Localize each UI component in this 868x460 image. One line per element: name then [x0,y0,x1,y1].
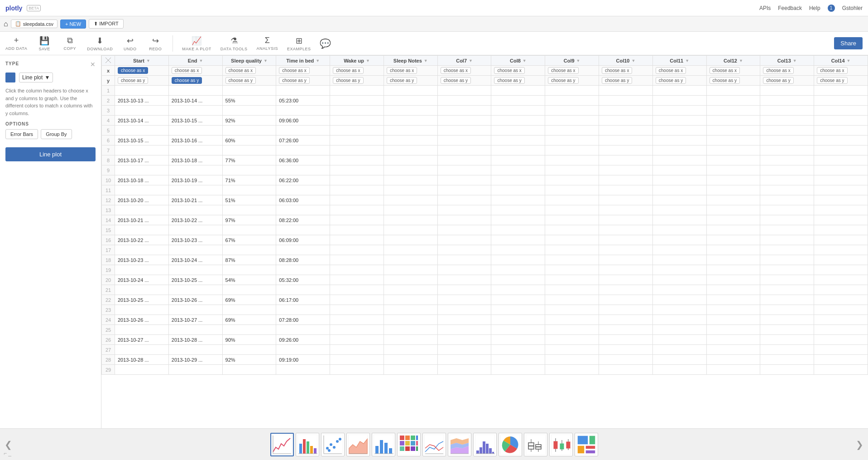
cell-r20-c1[interactable]: 2013-10-25 ... [168,275,222,285]
cell-r2-c5[interactable] [384,96,437,106]
cell-r11-c12[interactable] [760,185,814,195]
cell-r8-c4[interactable] [330,155,384,165]
cell-r8-c13[interactable] [814,155,868,165]
cell-r9-c3[interactable] [276,165,330,175]
cell-r4-c0[interactable]: 2013-10-14 ... [115,116,169,126]
cell-r14-c8[interactable] [545,215,599,225]
cell-r5-c10[interactable] [652,126,706,136]
cell-r12-c4[interactable] [330,195,384,205]
username-label[interactable]: Gstohler [842,5,863,11]
cell-r11-c2[interactable] [222,185,276,195]
cell-r16-c13[interactable] [814,235,868,245]
cell-r9-c10[interactable] [652,165,706,175]
cell-r4-c12[interactable] [760,116,814,126]
cell-r15-c5[interactable] [384,225,437,235]
cell-r22-c6[interactable] [437,295,491,305]
cell-r29-c0[interactable] [115,365,169,375]
cell-r21-c6[interactable] [437,285,491,295]
cell-r5-c5[interactable] [384,126,437,136]
cell-r11-c1[interactable] [168,185,222,195]
cell-r18-c1[interactable]: 2013-10-24 ... [168,255,222,265]
cell-r17-c13[interactable] [814,245,868,255]
cell-r14-c2[interactable]: 97% [222,215,276,225]
cell-r4-c3[interactable]: 09:06:00 [276,116,330,126]
cell-r5-c8[interactable] [545,126,599,136]
cell-r4-c5[interactable] [384,116,437,126]
cell-r25-c4[interactable] [330,325,384,335]
y-selector-col-2[interactable]: choose as y [222,76,276,86]
chart-thumbnail-4[interactable] [372,433,395,456]
x-selector-col-8[interactable]: choose as x [545,66,599,76]
cell-r10-c7[interactable] [491,175,545,185]
cell-r11-c0[interactable] [115,185,169,195]
group-by-button[interactable]: Group By [41,129,72,139]
choose-y-btn-0[interactable]: choose as y [118,77,148,84]
cell-r15-c10[interactable] [652,225,706,235]
cell-r1-c1[interactable] [168,86,222,96]
col-header-col12[interactable]: Col12▼ [706,56,760,66]
cell-r1-c5[interactable] [384,86,437,96]
cell-r15-c1[interactable] [168,225,222,235]
download-button[interactable]: ⬇ DOWNLOAD [87,36,113,51]
cell-r6-c12[interactable] [760,136,814,145]
cell-r5-c2[interactable] [222,126,276,136]
cell-r2-c9[interactable] [599,96,653,106]
cell-r12-c1[interactable]: 2013-10-21 ... [168,195,222,205]
cell-r19-c7[interactable] [491,265,545,275]
cell-r2-c7[interactable] [491,96,545,106]
choose-x-btn-7[interactable]: choose as x [494,67,524,74]
cell-r18-c8[interactable] [545,255,599,265]
cell-r16-c5[interactable] [384,235,437,245]
cell-r14-c9[interactable] [599,215,653,225]
cell-r26-c8[interactable] [545,335,599,345]
cell-r17-c5[interactable] [384,245,437,255]
cell-r13-c13[interactable] [814,205,868,215]
cell-r22-c9[interactable] [599,295,653,305]
cell-r23-c8[interactable] [545,305,599,315]
cell-r24-c0[interactable]: 2013-10-26 ... [115,315,169,325]
cell-r12-c6[interactable] [437,195,491,205]
cell-r21-c3[interactable] [276,285,330,295]
col-header-start[interactable]: Start▼ [115,56,169,66]
cell-r2-c0[interactable]: 2013-10-13 ... [115,96,169,106]
choose-y-btn-9[interactable]: choose as y [602,77,632,84]
x-selector-col-11[interactable]: choose as x [706,66,760,76]
cell-r21-c4[interactable] [330,285,384,295]
cell-r18-c12[interactable] [760,255,814,265]
cell-r13-c4[interactable] [330,205,384,215]
cell-r4-c4[interactable] [330,116,384,126]
choose-y-btn-11[interactable]: choose as y [710,77,740,84]
cell-r26-c2[interactable]: 90% [222,335,276,345]
cell-r24-c7[interactable] [491,315,545,325]
cell-r15-c13[interactable] [814,225,868,235]
cell-r12-c7[interactable] [491,195,545,205]
x-selector-col-7[interactable]: choose as x [491,66,545,76]
cell-r3-c11[interactable] [706,106,760,116]
cell-r7-c5[interactable] [384,145,437,155]
plot-type-dropdown[interactable]: Line plot ▼ [19,73,53,82]
cell-r23-c4[interactable] [330,305,384,315]
cell-r11-c3[interactable] [276,185,330,195]
cell-r6-c4[interactable] [330,136,384,145]
cell-r28-c9[interactable] [599,355,653,365]
cell-r4-c6[interactable] [437,116,491,126]
chart-thumbnail-11[interactable] [549,433,573,456]
cell-r2-c12[interactable] [760,96,814,106]
cell-r28-c0[interactable]: 2013-10-28 ... [115,355,169,365]
cell-r19-c1[interactable] [168,265,222,275]
cell-r2-c11[interactable] [706,96,760,106]
col-header-col11[interactable]: Col11▼ [652,56,706,66]
y-selector-col-4[interactable]: choose as y [330,76,384,86]
y-selector-col-9[interactable]: choose as y [599,76,653,86]
cell-r25-c1[interactable] [168,325,222,335]
file-tab[interactable]: 📋 sleepdata.csv [11,19,58,28]
cell-r18-c0[interactable]: 2013-10-23 ... [115,255,169,265]
choose-x-btn-1[interactable]: choose as x [172,67,202,74]
cell-r26-c1[interactable]: 2013-10-28 ... [168,335,222,345]
cell-r17-c8[interactable] [545,245,599,255]
choose-x-btn-9[interactable]: choose as x [602,67,632,74]
cell-r8-c2[interactable]: 77% [222,155,276,165]
cell-r16-c8[interactable] [545,235,599,245]
cell-r22-c4[interactable] [330,295,384,305]
cell-r13-c6[interactable] [437,205,491,215]
